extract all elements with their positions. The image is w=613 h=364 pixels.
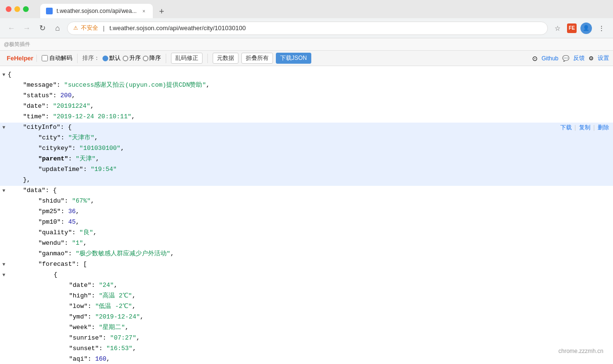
json-forecast-aqi-line: "aqi" : 160 ,: [0, 354, 613, 364]
json-wendu-line: "wendu" : "1" ,: [0, 239, 613, 249]
json-forecast-high-line: "high" : "高温 2℃" ,: [0, 291, 613, 302]
security-icon: ⚠: [73, 25, 78, 31]
forecast-date-value: 24: [102, 281, 110, 291]
forward-button[interactable]: →: [21, 23, 33, 34]
fehelper-logo: FeHelper: [4, 55, 37, 62]
json-forecast-sunrise-line: "sunrise" : "07:27" ,: [0, 333, 613, 344]
sort-label: 排序：: [82, 54, 100, 62]
reload-button[interactable]: ↻: [36, 23, 48, 34]
new-tab-button[interactable]: +: [155, 5, 168, 18]
maximize-window-button[interactable]: [23, 6, 29, 12]
github-link[interactable]: Github: [542, 55, 558, 62]
minimize-window-button[interactable]: [14, 6, 20, 12]
auto-decode-input[interactable]: [42, 55, 48, 61]
divider-1: [77, 54, 78, 63]
home-button[interactable]: ⌂: [52, 23, 63, 34]
json-parent-line: "parent" : "天津" ,: [0, 154, 613, 165]
json-cityinfo-open: ▼ "cityInfo" : { 下载 | 复制 | 删除: [0, 123, 613, 133]
watermark: chrome.zzzmh.cn: [558, 348, 603, 354]
fix-encoding-button[interactable]: 乱码修正: [171, 53, 203, 64]
pm10-value: 45: [68, 217, 76, 228]
feedback-link[interactable]: 反馈: [573, 54, 585, 62]
url-domain: t.weather.sojson.com/api/weather/city/10…: [109, 24, 246, 32]
download-json-button[interactable]: 下载JSON: [276, 53, 311, 64]
json-root-open: ▼ {: [0, 70, 613, 80]
pluginbar: @极简插件: [0, 38, 613, 51]
forecast-ymd-value: 2019-12-24: [99, 312, 136, 322]
citykey-value: 101030100: [83, 144, 117, 154]
sort-desc-option[interactable]: 降序: [143, 54, 161, 62]
sort-radio-group: 默认 升序 降序: [102, 54, 161, 62]
forecast-sunset-value: 16:53: [110, 344, 129, 354]
auto-decode-checkbox[interactable]: 自动解码: [42, 54, 72, 62]
collapse-all-button[interactable]: 折叠所有: [241, 53, 273, 64]
cityinfo-download-link[interactable]: 下载: [560, 124, 572, 133]
close-window-button[interactable]: [6, 6, 11, 12]
json-updatetime-line: "updateTime" : "19:54": [0, 165, 613, 175]
json-pm25-line: "pm25" : 36 ,: [0, 207, 613, 217]
quality-value: 良: [83, 228, 90, 238]
json-data-open: ▼ "data" : {: [0, 186, 613, 196]
address-box[interactable]: ⚠ 不安全 | t.weather.sojson.com/api/weather…: [67, 22, 548, 35]
json-forecast-ymd-line: "ymd" : "2019-12-24" ,: [0, 312, 613, 323]
json-forecast-sunset-line: "sunset" : "16:53" ,: [0, 344, 613, 354]
tab-close-button[interactable]: ×: [140, 8, 147, 14]
url-domain-text: t.weather.sojson.com/api/weather/city/10…: [109, 24, 246, 32]
json-date-line: "date" : "20191224" ,: [0, 102, 613, 112]
ganmao-value: 极少数敏感人群应减少户外活动: [79, 249, 167, 259]
forecast-low-value: 低温 -2℃: [99, 302, 128, 312]
forecast-sunrise-value: 07:27: [114, 333, 133, 343]
data-toggle[interactable]: ▼: [0, 186, 8, 195]
wendu-value: 1: [76, 239, 79, 249]
json-shidu-line: "shidu" : "67%" ,: [0, 196, 613, 207]
updatetime-value: 19:54: [94, 165, 113, 175]
settings-link[interactable]: 设置: [598, 54, 609, 62]
json-forecast-item-open: ▼ {: [0, 270, 613, 281]
auto-decode-label: 自动解码: [49, 54, 72, 62]
fehelper-ext-button[interactable]: FE: [567, 23, 577, 33]
cityinfo-delete-link[interactable]: 删除: [598, 124, 609, 133]
json-ganmao-line: "ganmao" : "极少数敏感人群应减少户外活动" ,: [0, 249, 613, 260]
security-label: 不安全: [81, 24, 98, 32]
github-icon: ⊙: [532, 55, 538, 62]
time-value: 2019-12-24 20:10:11: [57, 112, 127, 122]
addressbar: ← → ↻ ⌂ ⚠ 不安全 | t.weather.sojson.com/api…: [0, 18, 613, 38]
sort-desc-label: 降序: [149, 54, 161, 62]
json-forecast-low-line: "low" : "低温 -2℃" ,: [0, 302, 613, 312]
forecast-toggle[interactable]: ▼: [0, 260, 8, 269]
forecast-item-toggle[interactable]: ▼: [0, 270, 8, 279]
sort-desc-radio[interactable]: [143, 56, 148, 61]
cityinfo-copy-link[interactable]: 复制: [579, 124, 590, 133]
cityinfo-toggle[interactable]: ▼: [0, 123, 8, 132]
shidu-value: 67%: [76, 196, 87, 206]
fehelper-right-actions: ⊙ Github 💬 反馈 ⚙ 设置: [532, 54, 609, 62]
json-forecast-open: ▼ "forecast" : [: [0, 260, 613, 270]
profile-button[interactable]: 👤: [580, 23, 592, 34]
menu-button[interactable]: ⋮: [596, 23, 607, 34]
sort-asc-option[interactable]: 升序: [123, 54, 141, 62]
json-content-area[interactable]: ▼ { "message" : "success感谢又拍云(upyun.com)…: [0, 66, 613, 364]
divider-3: [207, 54, 208, 63]
sort-default-radio[interactable]: [102, 56, 108, 61]
sort-asc-radio[interactable]: [123, 56, 128, 61]
json-citykey-line: "citykey" : "101030100" ,: [0, 144, 613, 154]
json-pm10-line: "pm10" : 45 ,: [0, 217, 613, 228]
forecast-high-value: 高温 2℃: [102, 291, 128, 301]
divider-2: [166, 54, 166, 63]
pm25-value: 36: [68, 207, 76, 217]
raw-data-button[interactable]: 元数据: [213, 53, 238, 64]
sort-default-option[interactable]: 默认: [102, 54, 121, 62]
active-tab[interactable]: t.weather.sojson.com/api/wea... ×: [40, 4, 153, 18]
back-button[interactable]: ←: [6, 23, 17, 34]
date-value: 20191224: [57, 102, 86, 112]
tab-favicon: [46, 8, 53, 14]
feedback-icon: 💬: [562, 55, 569, 62]
bookmark-button[interactable]: ☆: [552, 23, 563, 34]
tabs-bar: t.weather.sojson.com/api/wea... × +: [40, 0, 607, 18]
url-separator: |: [103, 24, 104, 32]
json-time-line: "time" : "2019-12-24 20:10:11" ,: [0, 112, 613, 123]
root-toggle[interactable]: ▼: [0, 70, 8, 79]
json-message-line: "message" : "success感谢又拍云(upyun.com)提供CD…: [0, 80, 613, 91]
sort-asc-label: 升序: [129, 54, 141, 62]
fehelper-bar: FeHelper 自动解码 排序： 默认 升序 降序 乱码修正 元数据 折叠所有…: [0, 51, 613, 66]
